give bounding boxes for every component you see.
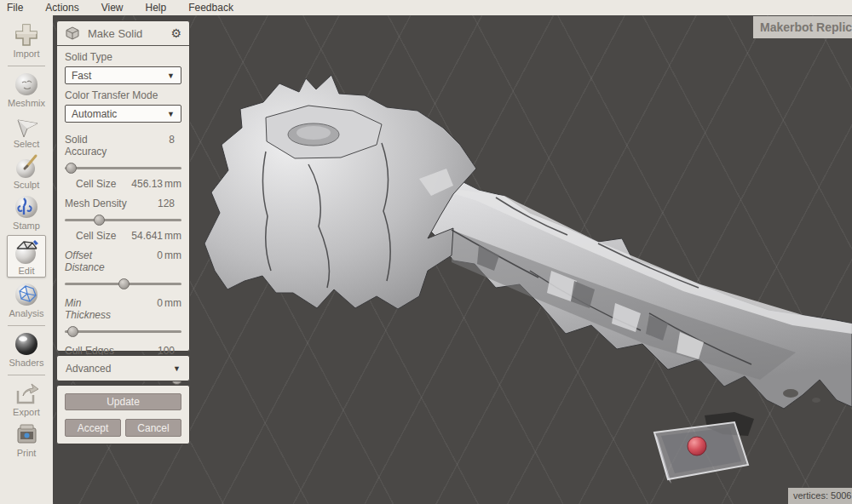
offset-distance-slider[interactable] [65,278,181,289]
plus-icon [14,22,39,48]
menu-help[interactable]: Help [146,2,167,14]
sidebar-item-sculpt[interactable]: Sculpt [14,153,40,190]
chevron-down-icon: ▼ [167,72,175,80]
menu-bar: File Actions View Help Feedback [0,0,852,15]
sidebar-item-edit[interactable]: Edit [7,235,46,278]
color-transfer-mode-label: Color Transfer Mode [65,89,181,101]
menu-file[interactable]: File [7,2,23,14]
slider-handle[interactable] [66,163,77,174]
chevron-down-icon: ▼ [167,110,175,118]
cancel-button[interactable]: Cancel [125,419,181,437]
sphere-mesh-icon [14,282,39,307]
vertices-status-badge: vertices: 50067 [788,488,852,504]
dark-sphere-icon [14,331,39,357]
make-solid-panel: Make Solid ⚙ Solid Type Fast ▼ Color Tra… [56,20,190,352]
menu-feedback[interactable]: Feedback [188,2,233,14]
tool-sidebar: Import Meshmix Select Sculpt [0,15,53,504]
slider-handle[interactable] [67,326,78,337]
sidebar-divider [8,375,45,375]
panel-title: Make Solid [88,27,170,40]
sidebar-item-analysis[interactable]: Analysis [9,282,44,318]
sidebar-divider [8,66,45,66]
solid-type-dropdown[interactable]: Fast ▼ [65,66,181,84]
sphere-wireframe-pencil-icon [13,238,40,265]
red-sphere-marker [688,437,706,455]
cube-icon [65,26,80,41]
sidebar-divider [8,325,45,326]
cell-size-row: Cell Size 456.13 mm [65,178,181,190]
min-thickness-slider[interactable] [65,326,181,337]
menu-view[interactable]: View [101,2,124,14]
mesh-density-slider[interactable] [65,215,181,226]
sidebar-item-stamp[interactable]: Stamp [13,194,40,231]
menu-actions[interactable]: Actions [45,2,78,14]
printer-name-badge: Makerbot Replic [753,16,852,38]
color-transfer-mode-dropdown[interactable]: Automatic ▼ [65,105,181,123]
sidebar-item-shaders[interactable]: Shaders [9,331,44,368]
solid-accuracy-slider[interactable] [65,163,181,174]
sphere-brush-icon [14,153,39,179]
action-buttons-panel: Update Accept Cancel [56,385,190,444]
advanced-label: Advanced [66,363,173,375]
cell-size-row: Cell Size 54.641 mm [65,230,181,242]
solid-type-label: Solid Type [65,51,181,63]
cursor-arrow-icon [14,112,39,138]
offset-distance-row: Offset Distance 0 mm [65,249,181,273]
sidebar-item-select[interactable]: Select [14,112,40,149]
sidebar-item-meshmix[interactable]: Meshmix [8,72,45,108]
advanced-section[interactable]: Advanced ▼ [56,355,190,381]
sidebar-item-print[interactable]: Print [14,421,39,458]
min-thickness-row: Min Thickness 0 mm [65,297,181,321]
solid-accuracy-row: Solid Accuracy 8 [65,134,181,158]
sidebar-item-import[interactable]: Import [13,22,39,59]
export-arrow-icon [14,381,39,406]
chevron-down-icon: ▼ [173,364,181,373]
ship-hull [419,177,852,409]
update-button[interactable]: Update [65,393,181,410]
gear-icon[interactable]: ⚙ [170,27,181,39]
sidebar-item-export[interactable]: Export [13,381,40,417]
sphere-fleur-icon [14,194,39,220]
slider-handle[interactable] [118,278,130,289]
accept-button[interactable]: Accept [65,419,121,437]
mesh-density-row: Mesh Density 128 [65,198,181,209]
sphere-face-icon [14,72,39,97]
panel-header: Make Solid ⚙ [57,21,189,46]
meshmixer-window: File Actions View Help Feedback Import [0,0,852,504]
slider-handle[interactable] [94,215,105,226]
printer-icon [14,421,39,447]
